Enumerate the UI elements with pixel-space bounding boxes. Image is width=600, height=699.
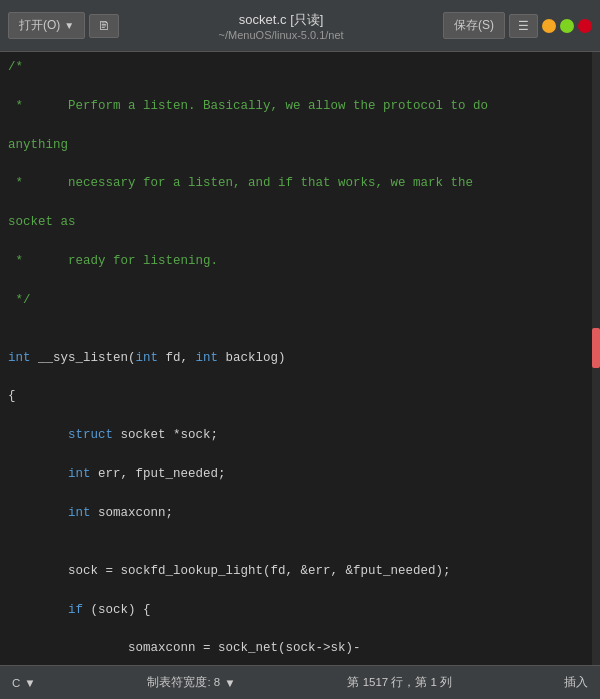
titlebar: 打开(O) ▼ 🖹 socket.c [只读] ~/MenuOS/linux-5… [0, 0, 600, 52]
cursor-position: 第 1517 行，第 1 列 [347, 675, 452, 690]
tab-width-label: 制表符宽度: 8 [147, 675, 220, 690]
window-title: socket.c [只读] [119, 11, 443, 29]
mode-label: 插入 [564, 675, 588, 690]
file-icon-button[interactable]: 🖹 [89, 14, 119, 38]
open-dropdown-icon[interactable]: ▼ [64, 20, 74, 31]
close-button[interactable] [578, 19, 592, 33]
titlebar-right: 保存(S) ☰ [443, 12, 592, 39]
editor-mode: 插入 [564, 675, 588, 690]
tab-arrow-icon: ▼ [224, 677, 235, 689]
scrollbar-thumb[interactable] [592, 328, 600, 368]
titlebar-left: 打开(O) ▼ 🖹 [8, 12, 119, 39]
scrollbar[interactable] [592, 52, 600, 665]
statusbar: C ▼ 制表符宽度: 8 ▼ 第 1517 行，第 1 列 插入 [0, 665, 600, 699]
position-label: 第 1517 行，第 1 列 [347, 675, 452, 690]
menu-button[interactable]: ☰ [509, 14, 538, 38]
open-label: 打开(O) [19, 17, 60, 34]
titlebar-center: socket.c [只读] ~/MenuOS/linux-5.0.1/net [119, 11, 443, 41]
maximize-button[interactable] [560, 19, 574, 33]
minimize-button[interactable] [542, 19, 556, 33]
language-selector[interactable]: C ▼ [12, 677, 36, 689]
code-content: /* * Perform a listen. Basically, we all… [0, 58, 600, 665]
window-subtitle: ~/MenuOS/linux-5.0.1/net [119, 29, 443, 41]
editor[interactable]: /* * Perform a listen. Basically, we all… [0, 52, 600, 665]
language-arrow-icon: ▼ [24, 677, 35, 689]
language-label: C [12, 677, 20, 689]
tab-width-selector[interactable]: 制表符宽度: 8 ▼ [147, 675, 235, 690]
open-button[interactable]: 打开(O) ▼ [8, 12, 85, 39]
save-button[interactable]: 保存(S) [443, 12, 505, 39]
